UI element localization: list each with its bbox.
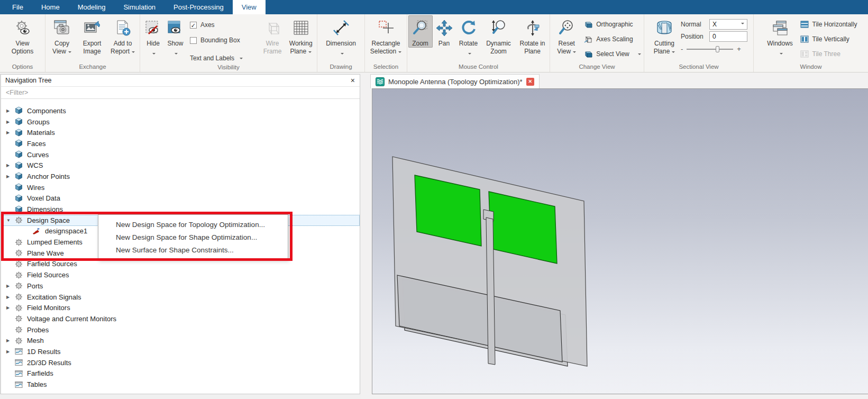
view-options-label: View [16, 40, 30, 47]
tree-item[interactable]: Faces [1, 138, 360, 149]
context-menu-item[interactable]: New Design Space for Topology Optimizati… [98, 218, 288, 231]
select-view-button[interactable]: Select View [583, 49, 641, 59]
export-image-icon [83, 16, 102, 40]
axes-checkbox-row[interactable]: ✓ Axes [190, 21, 260, 29]
tree-item[interactable]: WCS [1, 160, 360, 171]
cutting-plane-button[interactable]: CuttingPlane [650, 15, 679, 56]
context-menu-item[interactable]: New Design Space for Shape Optimization.… [98, 231, 288, 243]
expand-arrow[interactable] [6, 163, 14, 168]
tree-item-label: Plane Wave [27, 249, 64, 257]
expand-arrow[interactable] [6, 305, 14, 310]
slider-track[interactable] [687, 49, 733, 50]
tree-item[interactable]: Tables [1, 379, 360, 390]
position-input[interactable]: 0 [709, 31, 747, 42]
add-to-report-button[interactable]: Add toReport [107, 15, 139, 56]
tree-item[interactable]: Farfield Sources [1, 259, 360, 270]
chevron-down-icon [68, 51, 71, 55]
tab-close-icon[interactable]: ✕ [526, 78, 534, 86]
tree-item-label: 2D/3D Results [27, 359, 71, 367]
ribbon-tab[interactable]: Modeling [69, 0, 115, 14]
tree-item[interactable]: Voltage and Current Monitors [1, 313, 360, 324]
orthographic-button[interactable]: Orthographic [583, 19, 641, 30]
tree-item[interactable]: Anchor Points [1, 171, 360, 182]
tree-item[interactable]: Voxel Data [1, 193, 360, 204]
export-image-button[interactable]: ExportImage [77, 15, 107, 56]
expand-arrow[interactable] [6, 120, 14, 124]
window-tile-column: Tile Horizontally Tile Vertically Tile T… [800, 15, 857, 59]
bounding-box-checkbox[interactable] [190, 37, 197, 44]
ribbon-group-window: Windows Tile Horizontally Tile Verticall… [754, 14, 868, 72]
windows-button[interactable]: Windows [765, 15, 796, 53]
normal-select[interactable]: X [709, 19, 747, 30]
context-menu-item[interactable]: New Surface for Shape Constraints... [98, 243, 288, 256]
pan-button[interactable]: Pan [434, 15, 454, 48]
wire-frame-button: WireFrame [260, 15, 285, 56]
rotate-in-plane-button[interactable]: Rotate inPlane [516, 15, 549, 56]
expand-arrow[interactable] [6, 349, 14, 354]
axes-scaling-button[interactable]: Axes Scaling [583, 34, 641, 44]
hide-button[interactable]: Hide [142, 15, 164, 53]
expand-arrow[interactable] [6, 218, 14, 223]
document-tab[interactable]: Monopole Antenna (Topology Optimization)… [370, 74, 540, 88]
expand-arrow[interactable] [6, 108, 14, 113]
tree-item[interactable]: Materials [1, 127, 360, 138]
text-and-labels-button[interactable]: Text and Labels [190, 53, 260, 64]
working-plane-button[interactable]: WorkingPlane [285, 15, 317, 56]
hide-label: Hide [147, 40, 160, 47]
slider-plus[interactable]: + [737, 45, 741, 53]
chevron-down-icon [341, 53, 344, 56]
tree-filter-input[interactable]: <Filter> [1, 87, 360, 99]
tree-item[interactable]: Probes [1, 324, 360, 335]
slider-thumb[interactable] [716, 46, 719, 52]
ribbon-tab[interactable]: File [3, 0, 32, 14]
bounding-box-checkbox-row[interactable]: Bounding Box [190, 36, 260, 44]
rectangle-selection-button[interactable]: RectangleSelection [367, 15, 406, 56]
tree-item[interactable]: Components [1, 105, 360, 116]
tile-vertically-button[interactable]: Tile Vertically [800, 34, 857, 44]
dynamic-zoom-button[interactable]: DynamicZoom [483, 15, 515, 56]
expand-arrow[interactable] [6, 295, 14, 300]
tree-item[interactable]: Groups [1, 116, 360, 128]
view-options-button[interactable]: ViewOptions [3, 15, 43, 56]
ribbon-tab[interactable]: Simulation [114, 0, 165, 14]
expand-arrow[interactable] [6, 174, 14, 179]
rotate-button[interactable]: Rotate [456, 15, 481, 53]
dimension-button[interactable]: Dimension [320, 15, 362, 53]
tree-item[interactable]: Dimensions [1, 204, 360, 215]
tree-item[interactable]: Curves [1, 149, 360, 160]
axes-scaling-label: Axes Scaling [596, 35, 633, 43]
zoom-button[interactable]: Zoom [408, 15, 433, 48]
slider-minus[interactable]: - [681, 45, 683, 53]
ribbon-tab[interactable]: Home [32, 0, 69, 14]
tree-item[interactable]: 2D/3D Results [1, 357, 360, 368]
tree-item[interactable]: 1D Results [1, 346, 360, 357]
orthographic-icon [583, 20, 593, 29]
tree-item[interactable]: Farfields [1, 368, 360, 379]
ribbon-tab[interactable]: Post-Processing [165, 0, 233, 14]
tree-item-label: Anchor Points [27, 173, 70, 180]
visibility-toggle-column: ✓ Axes Bounding Box Text and Labels [187, 15, 260, 64]
tile-horizontally-button[interactable]: Tile Horizontally [800, 19, 857, 30]
tree-item[interactable]: Field Sources [1, 269, 360, 280]
tree-item[interactable]: Field Monitors [1, 302, 360, 313]
copy-view-button[interactable]: CopyView [47, 15, 77, 56]
rotate-label: Rotate [459, 40, 478, 47]
expand-arrow[interactable] [6, 284, 14, 288]
tree-item[interactable]: Ports [1, 280, 360, 292]
position-slider[interactable]: - + [681, 43, 747, 53]
tree-item-icon [14, 260, 23, 268]
reset-view-button[interactable]: ResetView [553, 15, 580, 56]
ribbon-tab[interactable]: View [233, 0, 266, 14]
tree-item-label: Wires [27, 184, 44, 192]
dynamic-zoom-label: Dynamic [486, 40, 511, 47]
expand-arrow[interactable] [6, 130, 14, 135]
axes-checkbox[interactable]: ✓ [190, 22, 197, 29]
tree-item[interactable]: Wires [1, 182, 360, 193]
expand-arrow[interactable] [6, 338, 14, 343]
3d-viewport-canvas[interactable] [372, 88, 868, 394]
ribbon-group-change-view: ResetView Orthographic Axes Scaling Sele… [550, 14, 644, 72]
show-button[interactable]: Show [164, 15, 187, 53]
close-icon[interactable]: × [351, 77, 355, 84]
tree-item[interactable]: Mesh [1, 335, 360, 346]
tree-item[interactable]: Excitation Signals [1, 292, 360, 303]
